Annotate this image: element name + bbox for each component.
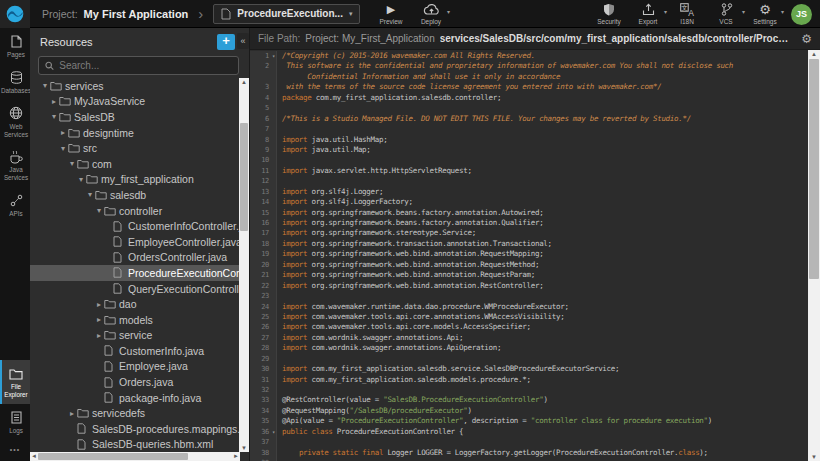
scroll-right-icon[interactable]: ► <box>233 452 239 461</box>
chevron-right-icon[interactable]: ▸ <box>49 97 59 106</box>
tree-vertical-scrollbar[interactable]: ▲ ▼ <box>239 78 249 452</box>
line-number: 13 <box>250 187 277 197</box>
editor-vertical-scrollbar[interactable]: ▲ ▼ <box>808 50 820 461</box>
tree-item[interactable]: Employee.java <box>30 359 240 375</box>
tree-item[interactable]: ▾controller <box>30 203 240 219</box>
file-settings-gear-icon[interactable]: ⚙ <box>801 32 812 46</box>
chevron-right-icon[interactable]: ▸ <box>94 300 104 309</box>
chevron-down-icon[interactable]: ▾ <box>40 81 50 90</box>
scroll-up-icon[interactable]: ▲ <box>239 78 249 86</box>
code-line: 24import com.wavemaker.runtime.data.dao.… <box>250 302 820 312</box>
tree-item[interactable]: ▾my_first_application <box>30 172 240 188</box>
chevron-down-icon[interactable]: ▾ <box>49 112 59 121</box>
tree-item[interactable]: OrdersController.java <box>30 250 240 266</box>
resources-panel: Resources + « ▾services▸MyJavaService▾Sa… <box>30 28 250 461</box>
tree-scrollbar-thumb[interactable] <box>240 123 248 231</box>
file-dropdown[interactable]: ProcedureExecution... ▾ <box>213 4 360 24</box>
export-button[interactable]: Export ▾ <box>635 3 661 25</box>
code-line: 17import org.springframework.stereotype.… <box>250 228 820 238</box>
sidebar-item-logs[interactable]: Logs <box>0 404 30 440</box>
line-number: 33 <box>250 395 277 405</box>
tree-item-label: SalesDB-procedures.mappings.json <box>92 423 240 435</box>
code-line: 33@RestController(value = "SalesDB.Proce… <box>250 395 820 405</box>
tree-item[interactable]: ProcedureExecutionController.java <box>30 265 240 281</box>
tree-item-label: my_first_application <box>101 173 194 185</box>
tree-horizontal-scrollbar[interactable]: ◄ ► <box>30 452 240 461</box>
fold-marker-icon[interactable]: ▾ <box>269 51 275 61</box>
tree-item[interactable]: ▸service <box>30 328 240 344</box>
tree-item[interactable]: ▾SalesDB <box>30 109 240 125</box>
scroll-left-icon[interactable]: ◄ <box>31 452 37 461</box>
fold-marker-icon[interactable]: ▾ <box>269 427 275 437</box>
code-line: 34@RequestMapping("/SalesDB/procedureExe… <box>250 406 820 416</box>
wavemaker-logo[interactable] <box>0 0 30 28</box>
tree-item[interactable]: QueryExecutionController.java <box>30 281 240 297</box>
user-avatar[interactable]: JS <box>791 4 812 25</box>
folder-icon <box>68 128 82 138</box>
tree-item-label: dao <box>119 298 137 310</box>
scroll-down-icon[interactable]: ▼ <box>808 453 820 461</box>
line-number: 26 <box>250 322 277 332</box>
tree-item[interactable]: ▸dao <box>30 296 240 312</box>
sidebar-item-web-services[interactable]: Web Services <box>0 100 30 144</box>
chevron-down-icon[interactable]: ▾ <box>58 144 68 153</box>
chevron-down-icon[interactable]: ▾ <box>76 175 86 184</box>
search-input[interactable] <box>59 60 232 71</box>
tree-item[interactable]: ▸MyJavaService <box>30 94 240 110</box>
chevron-down-icon[interactable]: ▾ <box>67 159 77 168</box>
tree-item[interactable]: EmployeeController.java <box>30 234 240 250</box>
code-line: 26import com.wavemaker.tools.api.core.mo… <box>250 322 820 332</box>
folder-icon <box>86 174 100 184</box>
editor-scrollbar-thumb[interactable] <box>809 59 819 279</box>
add-resource-button[interactable]: + <box>217 34 235 50</box>
settings-button[interactable]: ⚙ Settings ▾ <box>752 3 778 25</box>
collapse-panel-button[interactable]: « <box>237 33 249 49</box>
line-number: 32 <box>250 385 277 395</box>
tree-item[interactable]: SalesDB-procedures.mappings.json <box>30 421 240 437</box>
sidebar-item-apis[interactable]: APIs <box>0 187 30 223</box>
security-button[interactable]: Security <box>596 3 622 25</box>
sidebar-item-file-explorer[interactable]: File Explorer <box>0 360 30 404</box>
line-number: 19 <box>250 249 277 259</box>
tree-item[interactable]: ▸models <box>30 312 240 328</box>
scroll-down-icon[interactable]: ▼ <box>239 444 249 452</box>
rail-more-button[interactable]: ••• <box>0 440 30 461</box>
chevron-down-icon[interactable]: ▾ <box>94 206 104 215</box>
code-line: 6/*This is a Studio Managed File. DO NOT… <box>250 114 820 124</box>
folder-icon <box>104 206 118 216</box>
scroll-up-icon[interactable]: ▲ <box>808 50 820 58</box>
sidebar-item-databases[interactable]: Databases <box>0 64 30 100</box>
chevron-right-icon[interactable]: ▸ <box>94 331 104 340</box>
rail-label: Logs <box>1 427 31 435</box>
tree-item[interactable]: ▾services <box>30 78 240 94</box>
chevron-right-icon[interactable]: ▸ <box>58 128 68 137</box>
deploy-button[interactable]: Deploy ▾ <box>418 3 444 25</box>
tree-item[interactable]: SalesDB-queries.hbm.xml <box>30 437 240 452</box>
tree-item[interactable]: CustomerInfo.java <box>30 343 240 359</box>
preview-button[interactable]: ▶ Preview <box>378 3 404 25</box>
tree-item[interactable]: ▾com <box>30 156 240 172</box>
tree-item[interactable]: ▾src <box>30 140 240 156</box>
tree-item-label: ProcedureExecutionController.java <box>128 267 240 279</box>
tree-item[interactable]: ▸designtime <box>30 125 240 141</box>
file-icon <box>113 221 127 232</box>
tree-item-label: CustomerInfo.java <box>119 345 204 357</box>
tree-item[interactable]: ▸servicedefs <box>30 405 240 421</box>
vcs-button[interactable]: VCS ▾ <box>713 3 739 25</box>
tree-item[interactable]: package-info.java <box>30 390 240 406</box>
preview-play-icon: ▶ <box>387 3 395 16</box>
code-line: 15import org.springframework.beans.facto… <box>250 208 820 218</box>
tree-item[interactable]: ▾salesdb <box>30 187 240 203</box>
sidebar-item-pages[interactable]: Pages <box>0 28 30 64</box>
file-icon <box>221 8 231 20</box>
tree-item[interactable]: Orders.java <box>30 374 240 390</box>
deploy-label: Deploy <box>421 18 441 25</box>
i18n-button[interactable]: 文 A I18N <box>674 3 700 25</box>
tree-hscrollbar-thumb[interactable] <box>38 453 188 460</box>
chevron-right-icon[interactable]: ▸ <box>94 315 104 324</box>
sidebar-item-java-services[interactable]: Java Services <box>0 143 30 187</box>
chevron-down-icon[interactable]: ▾ <box>85 190 95 199</box>
chevron-right-icon[interactable]: ▸ <box>67 409 77 418</box>
tree-item[interactable]: CustomerInfoController.java <box>30 218 240 234</box>
code-editor[interactable]: 1▾/*Copyright (c) 2015-2016 wavemaker.co… <box>250 50 820 461</box>
